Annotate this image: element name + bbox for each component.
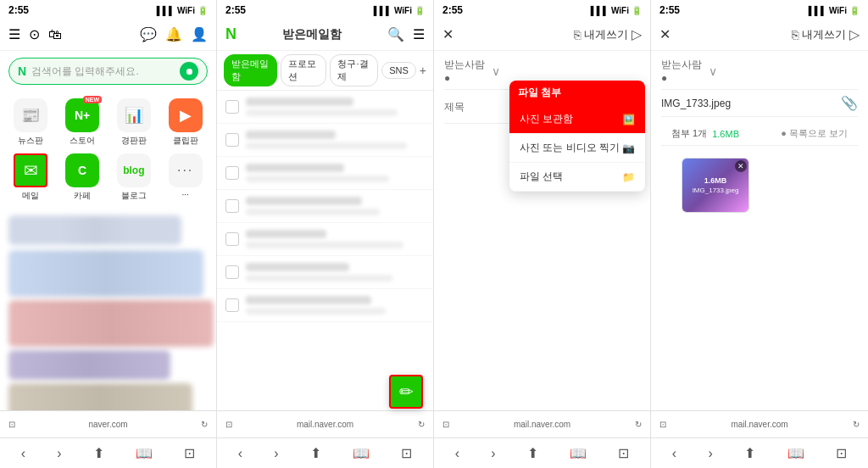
email-item-3[interactable] [217,157,433,190]
attach-count: 첨부 1개 [671,127,707,140]
camera-label: 사진 또는 비디오 찍기 [520,141,620,155]
forward-btn-4[interactable]: › [709,446,713,461]
forward-btn-2[interactable]: › [274,446,278,461]
app-stock[interactable]: 📊 경판판 [112,98,157,147]
bookmark-btn-1[interactable]: 📖 [136,445,153,461]
tabs-btn-3[interactable]: ⊡ [618,445,629,461]
send-icon-4[interactable]: ▷ [849,26,860,42]
attach-list-link[interactable]: ● 목록으로 보기 [781,127,848,140]
back-btn-3[interactable]: ‹ [455,446,459,461]
email-checkbox-6[interactable] [225,265,239,279]
chevron-down-icon-4: ∨ [709,64,717,78]
email-checkbox-3[interactable] [225,166,239,180]
note-icon[interactable]: ⎘ [574,28,581,42]
nav-label-4[interactable]: 내게쓰기 [802,27,846,42]
app-clip[interactable]: ▶ 클립판 [163,98,208,147]
reload-icon-3[interactable]: ↻ [635,420,642,429]
reload-icon-4[interactable]: ↻ [853,420,860,429]
app-blog[interactable]: blog 블로그 [112,153,157,202]
tab-icon-4[interactable]: ⊡ [659,420,666,429]
subject-field-4[interactable]: IMG_1733.jpeg 📎 [661,95,858,117]
mic-button[interactable]: ⏺ [180,62,198,81]
url-display-4[interactable]: mail.naver.com [731,420,787,429]
mic-icon: ⏺ [185,66,194,76]
email-checkbox-4[interactable] [225,199,239,213]
email-item-7[interactable] [217,289,433,322]
dropdown-item-gallery[interactable]: 사진 보관함 🖼️ [509,105,645,134]
forward-btn-1[interactable]: › [57,446,61,461]
status-bar-4: 2:55 ▌▌▌ WiFi 🔋 [651,0,868,19]
back-btn-1[interactable]: ‹ [21,446,25,461]
reload-icon-2[interactable]: ↻ [418,420,425,429]
user-icon[interactable]: 👤 [191,26,208,42]
inbox-nav: N 받은메일함 🔍 ☰ [217,19,433,51]
recipient-field-4[interactable]: 받는사람 ● ∨ [661,58,858,90]
dropdown-item-file[interactable]: 파일 선택 📁 [509,163,645,192]
subject-value-4: IMG_1733.jpeg [661,98,836,109]
share-btn-4[interactable]: ⬆ [744,445,755,461]
attachment-nav-right: ⎘ 내게쓰기 ▷ [792,26,860,42]
note-icon-4[interactable]: ⎘ [792,28,798,42]
app-mail[interactable]: ✉ 메일 [8,153,53,202]
email-item-1[interactable] [217,91,433,124]
bag-icon[interactable]: 🛍 [48,27,62,42]
naver-n-logo: N [225,25,236,43]
app-store[interactable]: N+ NEW 스토어 [60,98,105,147]
url-display-2[interactable]: mail.naver.com [297,420,353,429]
tab-promo[interactable]: 프로모션 [281,54,326,86]
chat-icon[interactable]: 💬 [140,26,157,42]
app-cafe[interactable]: C 카페 [60,153,105,202]
tab-sns[interactable]: SNS [381,62,416,79]
tab-billing[interactable]: 청구·결제 [330,54,378,86]
email-checkbox-5[interactable] [225,232,239,246]
back-btn-4[interactable]: ‹ [672,446,676,461]
newsboard-label: 뉴스판 [18,135,43,147]
tabs-btn-4[interactable]: ⊡ [836,445,847,461]
menu-icon-inbox[interactable]: ☰ [413,26,425,42]
blurred-content-1 [0,209,216,410]
bell-icon[interactable]: 🔔 [165,26,182,42]
tabs-btn-1[interactable]: ⊡ [184,445,195,461]
forward-btn-3[interactable]: › [491,446,495,461]
tab-icon-2[interactable]: ⊡ [225,420,232,429]
url-display-1[interactable]: naver.com [88,420,127,429]
tab-inbox[interactable]: 받은메일함 [224,54,277,86]
email-item-4[interactable] [217,190,433,223]
dropdown-item-camera[interactable]: 사진 또는 비디오 찍기 📷 [509,134,645,163]
battery-icon-3: 🔋 [632,6,642,15]
send-icon-3[interactable]: ▷ [632,26,642,42]
compose-fab[interactable]: ✏ [389,375,423,409]
add-tab-btn[interactable]: + [420,64,426,77]
bookmark-btn-2[interactable]: 📖 [353,445,370,461]
app-newsboard[interactable]: 📰 뉴스판 [8,98,53,147]
tab-icon-3[interactable]: ⊡ [442,420,449,429]
url-display-3[interactable]: mail.naver.com [514,420,570,429]
email-item-2[interactable] [217,124,433,157]
hamburger-icon[interactable]: ☰ [8,26,20,42]
circle-icon[interactable]: ⊙ [29,26,40,42]
tabs-btn-2[interactable]: ⊡ [401,445,412,461]
bookmark-btn-4[interactable]: 📖 [787,445,804,461]
email-item-5[interactable] [217,223,433,256]
email-checkbox-1[interactable] [225,100,239,114]
email-checkbox-7[interactable] [225,298,239,312]
back-btn-2[interactable]: ‹ [238,446,242,461]
gallery-icon: 🖼️ [622,114,635,125]
search-bar[interactable]: N 검색어를 입력해주세요. ⏺ [8,58,208,85]
close-icon-compose[interactable]: ✕ [442,26,453,42]
share-btn-3[interactable]: ⬆ [527,445,538,461]
status-time-3: 2:55 [442,4,463,16]
email-item-6[interactable] [217,256,433,289]
close-icon-attach[interactable]: ✕ [659,26,670,42]
nav-label-3[interactable]: 내게쓰기 [584,27,628,42]
bookmark-btn-3[interactable]: 📖 [570,445,587,461]
reload-icon[interactable]: ↻ [201,420,208,429]
remove-attachment-btn[interactable]: ✕ [735,160,747,172]
tab-icon[interactable]: ⊡ [8,420,15,429]
share-btn-1[interactable]: ⬆ [93,445,104,461]
share-btn-2[interactable]: ⬆ [310,445,321,461]
search-icon-inbox[interactable]: 🔍 [387,26,404,42]
email-checkbox-2[interactable] [225,133,239,147]
app-more[interactable]: ··· ··· [163,153,208,202]
attach-icon-4[interactable]: 📎 [841,95,858,111]
